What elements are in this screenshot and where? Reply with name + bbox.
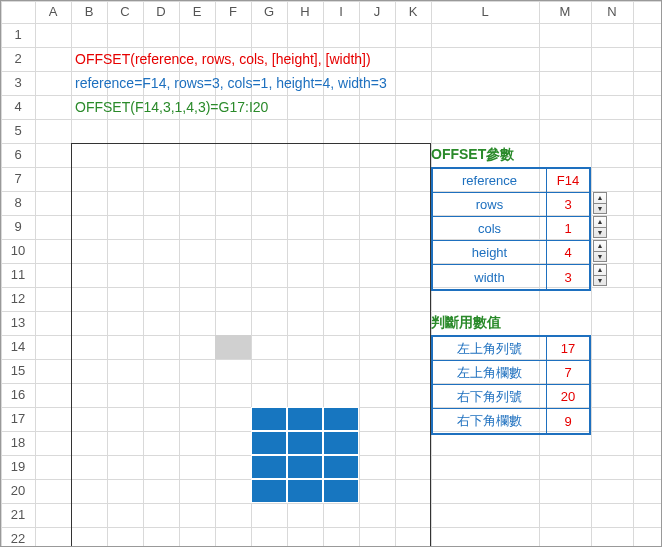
param-label: width xyxy=(433,265,547,289)
result-cell xyxy=(287,407,323,431)
judge-label: 右下角欄數 xyxy=(433,409,547,433)
result-cell xyxy=(323,431,359,455)
row-header-21[interactable]: 21 xyxy=(1,503,35,527)
spinner-rows[interactable]: ▲▼ xyxy=(593,192,607,214)
param-label: rows xyxy=(433,193,547,216)
param-value: 1 xyxy=(547,217,589,240)
spinner-down-icon[interactable]: ▼ xyxy=(594,252,606,262)
judge-label: 左上角列號 xyxy=(433,337,547,360)
col-header-L[interactable]: L xyxy=(431,1,539,23)
row-header-1[interactable]: 1 xyxy=(1,23,35,47)
result-cell xyxy=(287,455,323,479)
spinner-down-icon[interactable]: ▼ xyxy=(594,228,606,238)
spinner-up-icon[interactable]: ▲ xyxy=(594,265,606,276)
param-label: reference xyxy=(433,169,547,192)
judge-value: 9 xyxy=(547,409,589,433)
param-label: height xyxy=(433,241,547,264)
row-header-9[interactable]: 9 xyxy=(1,215,35,239)
spinner-down-icon[interactable]: ▼ xyxy=(594,276,606,286)
row-header-11[interactable]: 11 xyxy=(1,263,35,287)
row-header-20[interactable]: 20 xyxy=(1,479,35,503)
judge-row: 左上角欄數7 xyxy=(433,361,589,385)
judge-table: 左上角列號17左上角欄數7右下角列號20右下角欄數9 xyxy=(431,335,591,435)
row-header-6[interactable]: 6 xyxy=(1,143,35,167)
param-value: 3 xyxy=(547,265,589,289)
col-header-A[interactable]: A xyxy=(35,1,71,23)
result-cell xyxy=(251,479,287,503)
param-value: 4 xyxy=(547,241,589,264)
spinner-up-icon[interactable]: ▲ xyxy=(594,217,606,228)
param-value: F14 xyxy=(547,169,589,192)
col-header-B[interactable]: B xyxy=(71,1,107,23)
col-header-N[interactable]: N xyxy=(591,1,633,23)
row-header-19[interactable]: 19 xyxy=(1,455,35,479)
result-cell xyxy=(323,455,359,479)
result-cell xyxy=(323,407,359,431)
spinner-height[interactable]: ▲▼ xyxy=(593,240,607,262)
judge-row: 右下角欄數9 xyxy=(433,409,589,433)
row-header-3[interactable]: 3 xyxy=(1,71,35,95)
col-header-F[interactable]: F xyxy=(215,1,251,23)
row-header-8[interactable]: 8 xyxy=(1,191,35,215)
judge-value: 7 xyxy=(547,361,589,384)
col-header-J[interactable]: J xyxy=(359,1,395,23)
param-row-width: width3 xyxy=(433,265,589,289)
param-table: referenceF14rows3cols1height4width3 xyxy=(431,167,591,291)
judge-value: 17 xyxy=(547,337,589,360)
judge-value: 20 xyxy=(547,385,589,408)
spinner-up-icon[interactable]: ▲ xyxy=(594,241,606,252)
formula-syntax: OFFSET(reference, rows, cols, [height], … xyxy=(71,47,471,71)
row-header-4[interactable]: 4 xyxy=(1,95,35,119)
formula-args: reference=F14, rows=3, cols=1, height=4,… xyxy=(71,71,471,95)
judge-label: 右下角列號 xyxy=(433,385,547,408)
reference-cell-F14 xyxy=(215,335,251,359)
spinner-up-icon[interactable]: ▲ xyxy=(594,193,606,204)
param-row-rows: rows3 xyxy=(433,193,589,217)
row-header-15[interactable]: 15 xyxy=(1,359,35,383)
col-header-M[interactable]: M xyxy=(539,1,591,23)
judge-row: 右下角列號20 xyxy=(433,385,589,409)
col-header-D[interactable]: D xyxy=(143,1,179,23)
row-header-2[interactable]: 2 xyxy=(1,47,35,71)
param-label: cols xyxy=(433,217,547,240)
col-header-H[interactable]: H xyxy=(287,1,323,23)
col-header-G[interactable]: G xyxy=(251,1,287,23)
param-section-title: OFFSET參數 xyxy=(431,146,514,164)
judge-label: 左上角欄數 xyxy=(433,361,547,384)
result-cell xyxy=(287,431,323,455)
col-header-K[interactable]: K xyxy=(395,1,431,23)
result-cell xyxy=(251,407,287,431)
result-cell xyxy=(323,479,359,503)
col-header-I[interactable]: I xyxy=(323,1,359,23)
row-header-22[interactable]: 22 xyxy=(1,527,35,547)
param-row-cols: cols1 xyxy=(433,217,589,241)
result-cell xyxy=(251,455,287,479)
spinner-cols[interactable]: ▲▼ xyxy=(593,216,607,238)
param-row-reference: referenceF14 xyxy=(433,169,589,193)
col-header-E[interactable]: E xyxy=(179,1,215,23)
param-row-height: height4 xyxy=(433,241,589,265)
formula-result: OFFSET(F14,3,1,4,3)=G17:I20 xyxy=(71,95,471,119)
row-header-13[interactable]: 13 xyxy=(1,311,35,335)
row-header-14[interactable]: 14 xyxy=(1,335,35,359)
judge-section-title: 判斷用數值 xyxy=(431,314,501,332)
col-header-C[interactable]: C xyxy=(107,1,143,23)
row-header-7[interactable]: 7 xyxy=(1,167,35,191)
row-header-18[interactable]: 18 xyxy=(1,431,35,455)
param-value: 3 xyxy=(547,193,589,216)
spreadsheet[interactable]: ABCDEFGHIJKLMN12345678910111213141516171… xyxy=(0,0,662,547)
result-cell xyxy=(287,479,323,503)
spinner-down-icon[interactable]: ▼ xyxy=(594,204,606,214)
judge-row: 左上角列號17 xyxy=(433,337,589,361)
row-header-17[interactable]: 17 xyxy=(1,407,35,431)
row-header-12[interactable]: 12 xyxy=(1,287,35,311)
row-header-10[interactable]: 10 xyxy=(1,239,35,263)
spinner-width[interactable]: ▲▼ xyxy=(593,264,607,286)
result-cell xyxy=(251,431,287,455)
row-header-16[interactable]: 16 xyxy=(1,383,35,407)
row-header-5[interactable]: 5 xyxy=(1,119,35,143)
